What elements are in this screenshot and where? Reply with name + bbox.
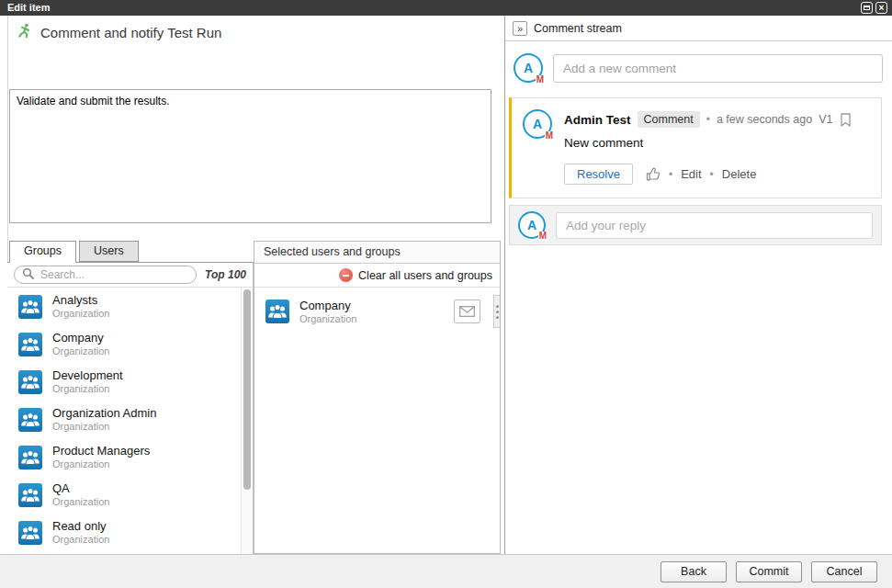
separator-dot: • (706, 113, 710, 126)
tab-users[interactable]: Users (79, 241, 139, 262)
reply-input[interactable] (556, 212, 873, 239)
comment-author: Admin Test (564, 113, 631, 127)
test-run-icon (17, 23, 32, 41)
thumbs-up-icon[interactable] (646, 167, 661, 181)
commit-button[interactable]: Commit (736, 561, 802, 582)
selected-panel-title: Selected users and groups (254, 242, 500, 264)
group-name: Read only (52, 519, 109, 533)
avatar-flag: M (536, 75, 545, 85)
group-list-item[interactable]: Company Organization (7, 325, 241, 363)
edit-item-dialog: Edit item × Comment and notify Test Run … (0, 0, 892, 588)
picker-tabs: Groups Users (9, 241, 139, 263)
group-list-item[interactable]: Organization Admin Organization (7, 401, 241, 438)
comment-body: New comment (564, 136, 870, 150)
group-type: Organization (52, 496, 109, 508)
selected-item-type: Organization (299, 313, 356, 325)
new-comment-row: A M (505, 41, 892, 94)
group-type: Organization (52, 458, 150, 470)
page-title: Comment and notify Test Run (40, 25, 221, 40)
selected-item-name: Company (299, 299, 356, 312)
restore-glyph (864, 6, 870, 10)
group-type: Organization (52, 421, 156, 433)
group-icon (18, 333, 42, 356)
group-name: Company (52, 331, 109, 345)
window-title: Edit item (7, 2, 50, 13)
edit-link[interactable]: Edit (681, 167, 701, 181)
group-icon (265, 300, 289, 323)
group-type: Organization (52, 345, 109, 357)
groups-scrollbar-thumb[interactable] (243, 289, 251, 490)
notify-message-textarea[interactable]: Validate and submit the results. (9, 89, 491, 223)
group-name: Organization Admin (52, 406, 156, 420)
search-box (14, 266, 197, 284)
groups-scrollbar[interactable] (241, 288, 253, 554)
comment-stream-panel: » Comment stream A M A M Admin Test Comm… (504, 16, 892, 554)
group-list-item[interactable]: QA Organization (7, 476, 241, 514)
drag-dot (496, 311, 499, 313)
avatar-letter: A (524, 61, 533, 75)
comment-timestamp: a few seconds ago (717, 113, 812, 126)
clear-all-icon (339, 268, 353, 282)
clear-all-label: Clear all users and groups (358, 269, 492, 282)
group-type: Organization (52, 534, 109, 546)
group-icon (18, 408, 42, 432)
close-icon[interactable]: × (875, 2, 887, 14)
comment-version-link[interactable]: V1 (819, 113, 832, 126)
group-icon (18, 370, 42, 394)
group-name: Development (52, 368, 123, 382)
window-controls: × (861, 2, 887, 14)
restore-icon[interactable] (861, 2, 873, 14)
back-button[interactable]: Back (661, 561, 727, 582)
search-icon (22, 266, 34, 283)
comment-actions: Resolve • Edit • Delete (564, 164, 870, 185)
drag-dot (496, 316, 499, 319)
group-icon (18, 483, 42, 507)
group-list-item[interactable]: Analysts Organization (7, 288, 241, 325)
group-name: Analysts (52, 293, 109, 307)
bookmark-icon[interactable] (841, 113, 851, 127)
drag-dot (496, 305, 499, 308)
selected-item[interactable]: Company Organization (254, 288, 500, 335)
selected-panel: Selected users and groups Clear all user… (254, 241, 501, 554)
avatar: A M (523, 109, 552, 139)
group-list-item[interactable]: Read only Organization (7, 514, 241, 551)
group-name: Product Managers (52, 444, 150, 458)
avatar-letter: A (533, 117, 542, 131)
groups-panel: Top 100 Analysts Organization Company Or… (7, 262, 254, 554)
clear-all-button[interactable]: Clear all users and groups (254, 264, 500, 288)
resolve-button[interactable]: Resolve (564, 164, 633, 185)
panel-resize-handle[interactable] (493, 295, 500, 328)
comment-stream-title: Comment stream (534, 22, 622, 35)
group-list-item[interactable]: Development Organization (7, 363, 241, 401)
search-input[interactable] (39, 267, 188, 282)
avatar-flag: M (538, 232, 548, 241)
avatar-letter: A (527, 218, 536, 232)
comment-card: A M Admin Test Comment • a few seconds a… (509, 97, 882, 198)
group-name: QA (52, 481, 109, 495)
comment-stream-header: » Comment stream (505, 16, 892, 41)
group-icon (18, 295, 42, 319)
mail-icon[interactable] (454, 300, 480, 323)
separator-dot: • (710, 168, 714, 181)
new-comment-input[interactable] (553, 54, 883, 83)
group-type: Organization (52, 383, 123, 395)
page-heading: Comment and notify Test Run (17, 23, 221, 41)
group-type: Organization (52, 308, 109, 320)
group-icon (18, 446, 42, 469)
minus-glyph (343, 275, 349, 277)
search-limit-label: Top 100 (205, 268, 249, 281)
group-icon (18, 521, 42, 545)
comment-type-badge: Comment (638, 111, 700, 128)
tab-groups[interactable]: Groups (9, 241, 76, 263)
collapse-icon[interactable]: » (513, 21, 527, 36)
delete-link[interactable]: Delete (722, 167, 757, 181)
avatar: A M (518, 211, 546, 239)
dialog-footer: Back Commit Cancel (0, 554, 892, 588)
cancel-button[interactable]: Cancel (811, 561, 877, 582)
window-titlebar: Edit item × (0, 0, 892, 16)
group-list-item[interactable]: Product Managers Organization (7, 438, 241, 476)
groups-list: Analysts Organization Company Organizati… (7, 288, 241, 554)
search-row: Top 100 (7, 263, 253, 288)
reply-row: A M (509, 205, 882, 245)
avatar-flag: M (545, 131, 554, 141)
